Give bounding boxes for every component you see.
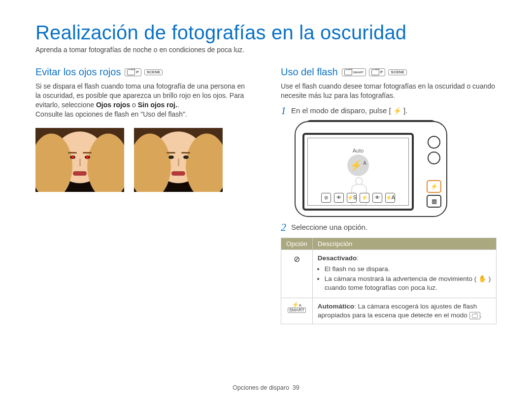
camera-icon bbox=[344, 69, 352, 75]
camera-icon bbox=[371, 69, 379, 75]
step-2: 2 Seleccione una opción. bbox=[281, 222, 497, 233]
camera-flash-options-row: ⊘ 👁 ⚡S ⚡ 👁 ⚡A bbox=[321, 193, 395, 203]
red-eye-paragraph: Si se dispara el flash cuando toma una f… bbox=[35, 82, 251, 119]
smart-mode-icon bbox=[469, 312, 480, 319]
heading-red-eye-text: Evitar los ojos rojos bbox=[35, 66, 121, 78]
two-column-layout: Evitar los ojos rojos P SCENE Si se disp… bbox=[35, 66, 497, 324]
camera-screen: Auto ⚡A ⊘ 👁 ⚡S ⚡ 👁 ⚡A bbox=[302, 133, 414, 211]
heading-flash: Uso del flash SMART P SCENE bbox=[281, 66, 497, 78]
mode-badge-smart: SMART bbox=[342, 68, 366, 76]
page-footer: Opciones de disparo 39 bbox=[0, 384, 532, 391]
step-1-text: En el modo de disparo, pulse [ ⚡ ]. bbox=[291, 105, 407, 116]
step-1: 1 En el modo de disparo, pulse [ ⚡ ]. bbox=[281, 105, 497, 116]
camera-flash-auto-icon: ⚡A bbox=[347, 154, 369, 176]
column-left: Evitar los ojos rojos P SCENE Si se disp… bbox=[35, 66, 251, 324]
flash-opt-fill-icon: ⚡ bbox=[360, 193, 369, 203]
step-2-text: Seleccione una opción. bbox=[291, 222, 367, 233]
photo-corrected bbox=[134, 128, 223, 192]
mode-badge-p: P bbox=[369, 68, 385, 76]
mode-badge-p: P bbox=[125, 68, 141, 76]
th-option: Opción bbox=[281, 238, 313, 249]
flash-opt-off-icon: ⊘ bbox=[321, 193, 331, 203]
heading-red-eye: Evitar los ojos rojos P SCENE bbox=[35, 66, 251, 78]
table-row: ⚡ASMART Automático: La cámara escogerá l… bbox=[281, 298, 497, 324]
mode-badges-right: SMART P SCENE bbox=[342, 68, 407, 76]
camera-flash-key-highlight: ⚡ bbox=[427, 180, 441, 193]
camera-button-2 bbox=[428, 152, 440, 164]
step-2-number: 2 bbox=[281, 222, 286, 233]
table-header-row: Opción Descripción bbox=[281, 238, 497, 249]
example-photos bbox=[35, 128, 251, 192]
camera-icon bbox=[127, 69, 135, 75]
mode-badge-scene: SCENE bbox=[388, 69, 407, 75]
mode-badges-left: P SCENE bbox=[125, 68, 163, 76]
normal-eye-right bbox=[183, 155, 189, 159]
photo-red-eye bbox=[35, 128, 124, 192]
normal-eye-left bbox=[168, 155, 174, 159]
flash-opt-slow-icon: ⚡S bbox=[347, 193, 357, 203]
flash-options-table: Opción Descripción ⊘ Desactivado: El fla… bbox=[281, 238, 497, 324]
heading-flash-text: Uso del flash bbox=[281, 66, 338, 78]
flash-intro: Use el flash cuando desee tomar fotograf… bbox=[281, 82, 497, 100]
th-description: Descripción bbox=[312, 238, 496, 249]
option-off-desc: Desactivado: El flash no se dispara. La … bbox=[312, 249, 496, 298]
flash-opt-auto-icon: ⚡A bbox=[385, 193, 395, 203]
mode-badge-scene: SCENE bbox=[144, 69, 163, 75]
option-off-icon: ⊘ bbox=[281, 249, 313, 298]
red-eye-right bbox=[85, 155, 90, 159]
flash-opt-redeye-icon: 👁 bbox=[334, 193, 344, 203]
camera-illustration: Auto ⚡A ⊘ 👁 ⚡S ⚡ 👁 ⚡A ⚡ ▦ bbox=[295, 121, 447, 217]
option-auto-desc: Automático: La cámara escogerá los ajust… bbox=[312, 298, 496, 324]
footer-page-number: 39 bbox=[293, 384, 299, 391]
footer-section: Opciones de disparo bbox=[233, 384, 289, 391]
step-1-number: 1 bbox=[281, 105, 286, 116]
manual-page: Realización de fotografías en la oscurid… bbox=[0, 0, 532, 401]
option-off-bullets: El flash no se dispara. La cámara mostra… bbox=[318, 265, 491, 293]
camera-button-1 bbox=[428, 136, 440, 149]
page-lead: Aprenda a tomar fotografías de noche o e… bbox=[35, 46, 497, 54]
page-title: Realización de fotografías en la oscurid… bbox=[35, 22, 497, 44]
red-eye-left bbox=[70, 155, 75, 159]
option-auto-icon: ⚡ASMART bbox=[281, 298, 313, 324]
camera-key-lower: ▦ bbox=[427, 195, 441, 208]
column-right: Uso del flash SMART P SCENE Use el flash… bbox=[281, 66, 497, 324]
table-row: ⊘ Desactivado: El flash no se dispara. L… bbox=[281, 249, 497, 298]
flash-icon: ⚡ bbox=[393, 107, 401, 115]
flash-opt-redeye2-icon: 👁 bbox=[372, 193, 382, 203]
camera-auto-label: Auto bbox=[353, 148, 364, 154]
